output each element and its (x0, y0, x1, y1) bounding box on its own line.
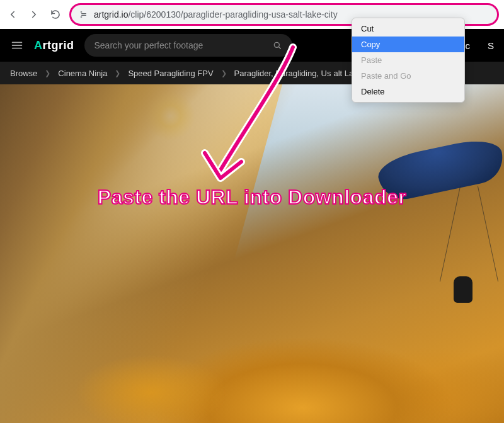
search-input[interactable]: Search your perfect footage (84, 34, 292, 57)
chevron-right-icon: ❯ (221, 69, 227, 77)
chevron-right-icon: ❯ (115, 69, 120, 77)
context-menu: Cut Copy Paste Paste and Go Delete (352, 18, 465, 103)
menu-item-paste-and-go: Paste and Go (352, 68, 464, 84)
hamburger-menu[interactable] (10, 38, 24, 52)
reload-button[interactable] (48, 7, 63, 22)
paraglider-lines (469, 185, 469, 283)
arrow-left-icon (7, 9, 18, 20)
breadcrumb-item[interactable]: Browse (10, 69, 37, 78)
search-icon (272, 40, 282, 50)
url-text: artgrid.io/clip/6200130/paraglider-parag… (94, 9, 338, 20)
forward-button[interactable] (26, 7, 42, 22)
logo[interactable]: Artgrid (34, 39, 74, 52)
paraglider-pilot (454, 276, 472, 303)
svg-point-0 (274, 42, 279, 47)
menu-item-delete[interactable]: Delete (352, 84, 464, 99)
menu-icon (10, 38, 24, 52)
video-preview[interactable] (0, 84, 504, 423)
nav-item[interactable]: S (488, 40, 494, 51)
arrow-right-icon (28, 9, 40, 20)
nav-item[interactable]: c (465, 40, 470, 51)
breadcrumb-item[interactable]: Speed Paragliding FPV (128, 69, 213, 78)
top-nav-right: c S (465, 40, 494, 51)
logo-glyph: A (34, 39, 43, 52)
search-placeholder: Search your perfect footage (94, 40, 203, 50)
chevron-right-icon: ❯ (45, 69, 50, 77)
site-settings-icon (79, 9, 89, 20)
back-button[interactable] (5, 7, 20, 22)
annotation-text: Paste the URL into Downloader (98, 186, 406, 209)
menu-item-paste: Paste (352, 52, 464, 68)
breadcrumb-item[interactable]: Cinema Ninja (58, 69, 107, 78)
logo-text: rtgrid (43, 39, 74, 52)
menu-item-cut[interactable]: Cut (352, 21, 464, 37)
foliage-region (0, 271, 504, 423)
menu-item-copy[interactable]: Copy (352, 37, 464, 52)
reload-icon (50, 9, 61, 20)
breadcrumb-item[interactable]: Paraglider, Paragliding, Us (234, 69, 331, 78)
